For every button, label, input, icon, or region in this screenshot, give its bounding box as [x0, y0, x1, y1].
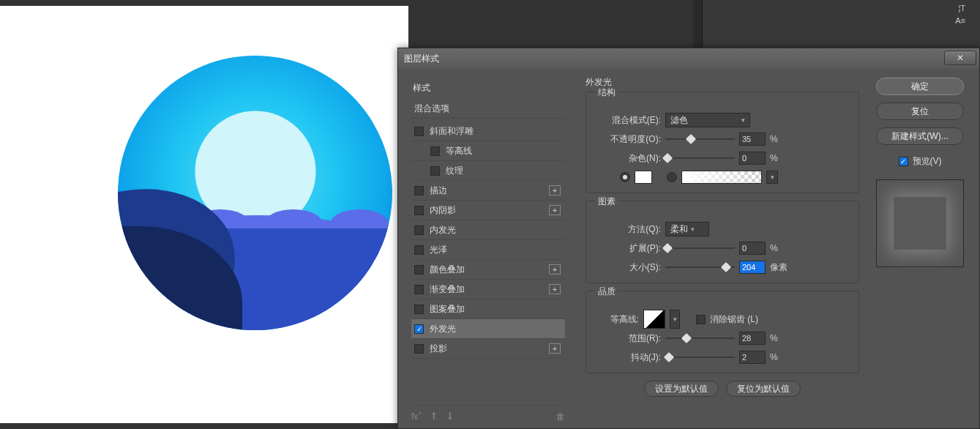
- reset-button[interactable]: 复位: [876, 102, 964, 120]
- ok-button[interactable]: 确定: [876, 78, 964, 95]
- add-effect-icon[interactable]: +: [549, 343, 561, 354]
- style-row[interactable]: 描边+: [411, 181, 565, 201]
- range-label: 范围(R):: [594, 332, 661, 345]
- size-label: 大小(S):: [594, 261, 661, 274]
- noise-input[interactable]: [739, 152, 766, 165]
- spread-slider[interactable]: [665, 243, 735, 253]
- style-checkbox[interactable]: [414, 206, 424, 215]
- preview-label: 预览(V): [913, 155, 942, 168]
- size-input[interactable]: [739, 261, 766, 274]
- chevron-down-icon: ▾: [691, 225, 695, 233]
- style-checkbox[interactable]: [414, 344, 424, 354]
- antialias-label: 消除锯齿 (L): [710, 313, 758, 326]
- up-icon[interactable]: 🠕: [430, 411, 438, 422]
- reset-default-button[interactable]: 复位为默认值: [726, 381, 801, 397]
- style-row[interactable]: ✓外发光: [411, 319, 565, 339]
- artwork-circle: [118, 56, 392, 330]
- antialias-checkbox[interactable]: [696, 315, 706, 324]
- style-checkbox[interactable]: [430, 146, 440, 156]
- style-row[interactable]: 等高线: [411, 141, 565, 161]
- jitter-slider[interactable]: [665, 352, 735, 362]
- styles-header[interactable]: 样式: [411, 78, 565, 99]
- layer-style-dialog: 图层样式 ✕ 样式 混合选项 斜面和浮雕等高线纹理描边+内阴影+内发光光泽颜色叠…: [397, 48, 980, 429]
- close-button[interactable]: ✕: [944, 51, 976, 65]
- style-checkbox[interactable]: [414, 305, 424, 314]
- style-row[interactable]: 内阴影+: [411, 201, 565, 220]
- style-label: 图案叠加: [430, 303, 465, 316]
- style-label: 光泽: [430, 244, 447, 256]
- add-effect-icon[interactable]: +: [549, 284, 561, 294]
- style-row[interactable]: 渐变叠加+: [411, 280, 565, 299]
- dialog-titlebar[interactable]: 图层样式 ✕: [398, 48, 979, 69]
- opacity-input[interactable]: [739, 133, 766, 146]
- contour-label: 等高线:: [594, 313, 639, 326]
- right-panel-strip: ¦T A≡: [702, 0, 980, 48]
- canvas-background: [0, 6, 408, 423]
- paragraph-icon[interactable]: A≡: [955, 16, 965, 25]
- contour-picker[interactable]: [643, 310, 665, 329]
- gradient-dropdown[interactable]: ▾: [766, 171, 778, 184]
- chevron-down-icon: ▾: [741, 116, 745, 124]
- style-label: 渐变叠加: [430, 283, 465, 296]
- size-slider[interactable]: [665, 262, 735, 272]
- down-icon[interactable]: 🠗: [446, 411, 455, 422]
- actions-column: 确定 复位 新建样式(W)... ✓ 预览(V): [871, 69, 979, 428]
- range-input[interactable]: [739, 332, 766, 345]
- color-swatch[interactable]: [635, 171, 652, 184]
- gradient-swatch[interactable]: [681, 171, 762, 184]
- add-effect-icon[interactable]: +: [549, 264, 561, 275]
- elements-group: 图素 方法(Q): 柔和 ▾ 扩展(P): % 大小(S):: [586, 201, 859, 283]
- blend-mode-select[interactable]: 滤色 ▾: [665, 113, 750, 127]
- style-label: 内发光: [430, 224, 456, 236]
- style-label: 描边: [430, 184, 447, 197]
- style-label: 颜色叠加: [430, 264, 465, 276]
- style-label: 等高线: [446, 145, 472, 157]
- preview-thumbnail: [876, 179, 964, 267]
- dialog-title: 图层样式: [404, 53, 439, 65]
- type-tool-icon[interactable]: ¦T: [958, 4, 965, 12]
- blend-options-row[interactable]: 混合选项: [411, 99, 565, 119]
- styles-footer: fx˅ 🠕 🠗 🗑: [411, 405, 565, 424]
- style-checkbox[interactable]: [414, 225, 424, 235]
- add-effect-icon[interactable]: +: [549, 205, 561, 215]
- style-checkbox[interactable]: [430, 166, 440, 176]
- gradient-radio[interactable]: [667, 172, 677, 182]
- jitter-input[interactable]: [739, 351, 766, 364]
- spread-input[interactable]: [739, 242, 766, 255]
- opacity-slider[interactable]: [665, 134, 735, 144]
- style-label: 斜面和浮雕: [430, 125, 474, 138]
- settings-column: 外发光 结构 混合模式(E): 滤色 ▾ 不透明度(O): %: [574, 69, 871, 428]
- blend-mode-label: 混合模式(E):: [594, 114, 661, 127]
- range-slider[interactable]: [665, 333, 735, 343]
- opacity-label: 不透明度(O):: [594, 133, 661, 146]
- style-row[interactable]: 颜色叠加+: [411, 260, 565, 280]
- style-checkbox[interactable]: ✓: [414, 324, 424, 334]
- technique-select[interactable]: 柔和 ▾: [665, 222, 709, 236]
- trash-icon[interactable]: 🗑: [556, 411, 565, 422]
- structure-group: 结构 混合模式(E): 滤色 ▾ 不透明度(O): % 杂色(N):: [586, 92, 859, 193]
- style-checkbox[interactable]: [414, 285, 424, 294]
- new-style-button[interactable]: 新建样式(W)...: [876, 127, 964, 145]
- fx-icon[interactable]: fx˅: [411, 411, 422, 422]
- add-effect-icon[interactable]: +: [549, 185, 561, 195]
- style-checkbox[interactable]: [414, 127, 424, 136]
- style-row[interactable]: 纹理: [411, 161, 565, 181]
- style-label: 外发光: [430, 323, 456, 335]
- preview-checkbox[interactable]: ✓: [899, 157, 908, 166]
- style-row[interactable]: 图案叠加: [411, 299, 565, 319]
- style-checkbox[interactable]: [414, 245, 424, 255]
- set-default-button[interactable]: 设置为默认值: [644, 381, 719, 397]
- noise-slider[interactable]: [665, 153, 735, 163]
- style-label: 纹理: [446, 165, 463, 177]
- style-row[interactable]: 光泽: [411, 240, 565, 260]
- jitter-label: 抖动(J):: [594, 351, 661, 364]
- style-row[interactable]: 投影+: [411, 339, 565, 359]
- contour-dropdown[interactable]: ▾: [670, 310, 680, 329]
- technique-label: 方法(Q):: [594, 223, 661, 236]
- style-checkbox[interactable]: [414, 265, 424, 275]
- style-row[interactable]: 斜面和浮雕: [411, 122, 565, 141]
- quality-group: 品质 等高线: ▾ 消除锯齿 (L) 范围(R): % 抖动(J):: [586, 291, 859, 373]
- style-row[interactable]: 内发光: [411, 220, 565, 240]
- style-checkbox[interactable]: [414, 186, 424, 195]
- color-radio[interactable]: [620, 172, 630, 182]
